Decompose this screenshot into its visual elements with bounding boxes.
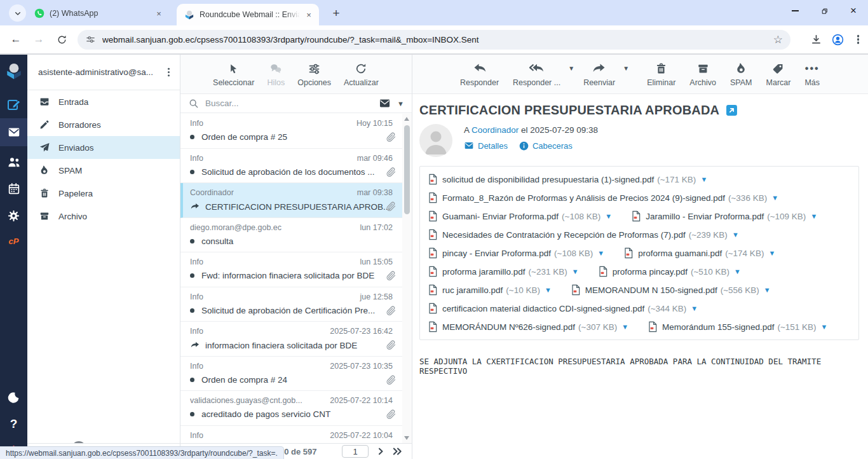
- message-row[interactable]: Coordinador mar 09:38 CERTIFICACION PRES…: [180, 183, 412, 218]
- tab-search-button[interactable]: [9, 4, 26, 22]
- compose-button[interactable]: [0, 94, 27, 116]
- attachment-item[interactable]: MEMORANDUM N 150-signed.pdf (~556 KB) ▼: [571, 284, 771, 296]
- address-bar[interactable]: webmail.sanjuan.gob.ec/cpsess7001108393/…: [78, 30, 790, 50]
- restore-button[interactable]: [810, 0, 839, 22]
- sidebar-item-archivo[interactable]: Archivo: [27, 205, 180, 228]
- message-row[interactable]: Info jue 12:58 Solicitud de aprobación d…: [180, 287, 412, 322]
- attachment-item[interactable]: certificacion material didactico CDI-sig…: [428, 303, 698, 314]
- page-number-input[interactable]: [342, 445, 369, 458]
- message-row[interactable]: Info lun 15:05 Fwd: informacion finacier…: [180, 252, 412, 287]
- attachment-dropdown-icon[interactable]: ▼: [691, 305, 698, 312]
- search-scope-button[interactable]: [379, 97, 391, 109]
- sidebar-item-entrada[interactable]: Entrada: [27, 90, 180, 113]
- search-options-chevron-icon[interactable]: ▼: [397, 100, 404, 107]
- message-row[interactable]: validaciones.guayas@cnt.gob... 2025-07-2…: [180, 391, 412, 426]
- attachment-dropdown-icon[interactable]: ▼: [700, 175, 707, 183]
- attachment-dropdown-icon[interactable]: ▼: [821, 323, 828, 331]
- open-in-new-window-icon[interactable]: [726, 104, 738, 116]
- pane-divider[interactable]: [412, 55, 412, 459]
- message-row[interactable]: Info 2025-07-23 10:35 Orden de compra # …: [180, 357, 412, 392]
- tab-close-icon[interactable]: ×: [304, 10, 314, 20]
- select-button[interactable]: Seleccionar: [207, 61, 261, 87]
- attachment-item[interactable]: proforma guamani.pdf (~174 KB) ▼: [623, 247, 775, 259]
- downloads-icon[interactable]: [810, 34, 822, 46]
- recipient-link[interactable]: Coordinador: [471, 125, 519, 135]
- site-info-icon[interactable]: [85, 34, 96, 45]
- attachment-item[interactable]: Formato_8_Razón de Proformas y Análisis …: [428, 192, 778, 203]
- help-button[interactable]: ?: [0, 413, 27, 435]
- attachment-dropdown-icon[interactable]: ▼: [768, 249, 775, 257]
- dark-mode-button[interactable]: [0, 387, 27, 408]
- scroll-down-icon[interactable]: [404, 436, 409, 440]
- last-page-button[interactable]: [391, 446, 405, 457]
- close-button[interactable]: ×: [839, 0, 868, 22]
- search-input[interactable]: [205, 99, 379, 108]
- sidebar-item-papelera[interactable]: Papelera: [27, 182, 180, 205]
- attachment-item[interactable]: ruc jaramillo.pdf (~10 KB) ▼: [428, 284, 552, 296]
- profile-avatar-icon[interactable]: [831, 33, 844, 46]
- refresh-button[interactable]: Actualizar: [337, 61, 385, 87]
- new-tab-button[interactable]: +: [328, 5, 344, 22]
- browser-menu-icon[interactable]: [857, 38, 859, 40]
- message-row[interactable]: diego.moran@dpe.gob.ec lun 17:02 consult…: [180, 218, 412, 253]
- attachment-item[interactable]: Jaramillo - Enviar Proforma.pdf (~109 KB…: [631, 210, 817, 222]
- attachment-item[interactable]: MEMORÁNDUM Nº626-signed.pdf (~307 KB) ▼: [428, 321, 628, 332]
- attachment-dropdown-icon[interactable]: ▼: [597, 249, 604, 257]
- cpanel-link[interactable]: cP: [0, 230, 27, 252]
- bookmark-star-icon[interactable]: ☆: [773, 33, 783, 46]
- options-button[interactable]: Opciones: [291, 61, 337, 87]
- attachment-item[interactable]: Guamani- Enviar Proforma.pdf (~108 KB) ▼: [428, 210, 612, 222]
- attachment-item[interactable]: solicitud de disponibilidad presupuestar…: [428, 174, 707, 185]
- attachment-dropdown-icon[interactable]: ▼: [810, 212, 817, 220]
- sidebar-item-borradores[interactable]: Borradores: [27, 113, 180, 136]
- attachment-item[interactable]: Memorándum 155-signed.pdf (~151 KB) ▼: [648, 321, 827, 332]
- tab-whatsapp[interactable]: (2) WhatsApp ×: [27, 5, 169, 22]
- forward-button[interactable]: Reenviar: [577, 61, 621, 87]
- sidebar-item-enviados[interactable]: Enviados: [27, 136, 180, 159]
- attachment-dropdown-icon[interactable]: ▼: [771, 194, 778, 202]
- more-button[interactable]: ••• Más: [798, 61, 826, 87]
- pane-divider[interactable]: [180, 55, 180, 459]
- reply-button[interactable]: Responder: [454, 61, 505, 87]
- attachment-dropdown-icon[interactable]: ▼: [734, 268, 741, 275]
- attachment-dropdown-icon[interactable]: ▼: [572, 268, 579, 275]
- scrollbar-thumb[interactable]: [404, 125, 410, 214]
- attachment-item[interactable]: pincay - Enviar Proforma.pdf (~108 KB) ▼: [428, 247, 604, 259]
- back-button[interactable]: ←: [6, 30, 25, 49]
- tab-close-icon[interactable]: ×: [154, 8, 164, 18]
- mail-nav-button[interactable]: [0, 118, 27, 146]
- sidebar-item-spam[interactable]: SPAM: [27, 159, 180, 182]
- account-menu-icon[interactable]: [168, 71, 170, 73]
- contacts-nav-button[interactable]: [0, 151, 27, 173]
- message-row[interactable]: Info 2025-07-22 10:04: [180, 426, 412, 444]
- attachment-item[interactable]: Necesidades de Contratación y Recepción …: [428, 229, 739, 240]
- tab-roundcube[interactable]: Roundcube Webmail :: Enviados ×: [177, 4, 319, 25]
- attachment-dropdown-icon[interactable]: ▼: [605, 212, 612, 220]
- next-page-button[interactable]: [376, 446, 386, 457]
- forward-dropdown-icon[interactable]: ▼: [623, 65, 630, 72]
- threads-button[interactable]: Hilos: [261, 61, 291, 87]
- forward-button[interactable]: →: [29, 30, 48, 49]
- reload-button[interactable]: [52, 30, 71, 49]
- delete-button[interactable]: Eliminar: [641, 61, 682, 87]
- reply-all-button[interactable]: Responder ...: [506, 61, 567, 87]
- attachment-dropdown-icon[interactable]: ▼: [621, 323, 628, 331]
- calendar-nav-button[interactable]: [0, 178, 27, 200]
- spam-button[interactable]: SPAM: [724, 61, 759, 87]
- attachment-dropdown-icon[interactable]: ▼: [764, 286, 771, 294]
- message-row[interactable]: Info 2025-07-23 16:42 informacion finaci…: [180, 322, 412, 357]
- scroll-up-icon[interactable]: [404, 117, 409, 121]
- headers-toggle[interactable]: Cabeceras: [519, 141, 573, 151]
- account-row[interactable]: asistente-administrativo@sa...: [27, 55, 180, 90]
- attachment-item[interactable]: proforma jaramillo.pdf (~231 KB) ▼: [428, 266, 579, 277]
- archive-button[interactable]: Archivo: [683, 61, 722, 87]
- message-row[interactable]: Info Hoy 10:15 Orden de compra # 25: [180, 114, 412, 149]
- message-row[interactable]: Info mar 09:46 Solicitud de aprobación d…: [180, 149, 412, 184]
- minimize-button[interactable]: [780, 0, 810, 22]
- settings-nav-button[interactable]: [0, 205, 27, 226]
- list-scrollbar[interactable]: [402, 114, 412, 443]
- attachment-dropdown-icon[interactable]: ▼: [732, 231, 739, 238]
- attachment-dropdown-icon[interactable]: ▼: [545, 286, 552, 294]
- mark-button[interactable]: Marcar: [760, 61, 797, 87]
- reply-all-dropdown-icon[interactable]: ▼: [568, 65, 576, 72]
